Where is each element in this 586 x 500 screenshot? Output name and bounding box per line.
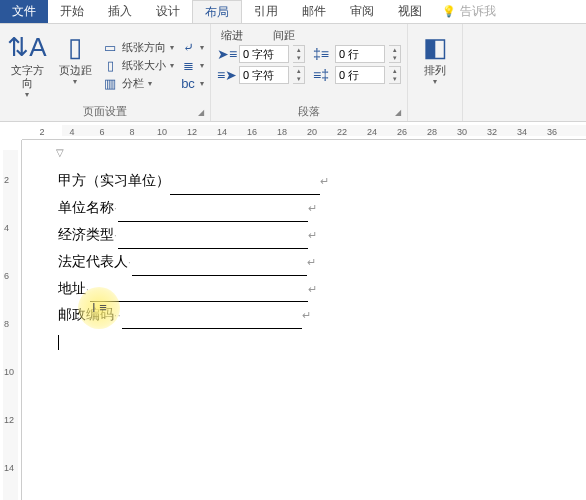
- page-setup-group-label: 页面设置◢: [6, 102, 204, 119]
- ruler-tick: 12: [187, 127, 197, 137]
- spacing-after-icon: ≡‡: [313, 67, 331, 83]
- ruler-tick: 2: [39, 127, 44, 137]
- ruler-tick: 24: [367, 127, 377, 137]
- tell-me-search[interactable]: 💡 告诉我: [434, 0, 504, 23]
- margins-button[interactable]: ▯ 页边距 ▾: [54, 28, 96, 102]
- vertical-ruler[interactable]: 2468101214: [0, 140, 22, 500]
- ruler-tick: 30: [457, 127, 467, 137]
- chevron-down-icon: ▾: [200, 61, 204, 70]
- spacing-before-icon: ‡≡: [313, 46, 331, 62]
- doc-line-6: 邮政编码·· ↵: [58, 302, 566, 329]
- arrange-icon: ◧: [423, 30, 448, 64]
- line-numbers-icon: ≣: [180, 58, 196, 73]
- tab-review[interactable]: 审阅: [338, 0, 386, 23]
- dialog-launcher-icon[interactable]: ◢: [395, 108, 401, 117]
- size-label: 纸张大小: [122, 58, 166, 73]
- spacing-after-input[interactable]: [335, 66, 385, 84]
- chevron-down-icon: ▾: [200, 79, 204, 88]
- doc-line-2: 单位名称· ↵: [58, 195, 566, 222]
- ribbon: ⇅A 文字方向 ▾ ▯ 页边距 ▾ ▭ 纸张方向 ▾ ▯ 纸张大小 ▾: [0, 24, 586, 122]
- group-arrange: ◧ 排列 ▾: [408, 24, 463, 121]
- ruler-tick: 10: [157, 127, 167, 137]
- ruler-tick: 22: [337, 127, 347, 137]
- indent-right-input[interactable]: [239, 66, 289, 84]
- ruler-tick: 36: [547, 127, 557, 137]
- ruler-tick: 10: [4, 367, 14, 377]
- doc-line-3: 经济类型· ↵: [58, 222, 566, 249]
- ruler-tick: 14: [4, 463, 14, 473]
- tab-insert[interactable]: 插入: [96, 0, 144, 23]
- ruler-tick: 18: [277, 127, 287, 137]
- ruler-tick: 16: [247, 127, 257, 137]
- paragraph-mark-icon: ↵: [308, 229, 317, 241]
- spinner-control[interactable]: ▴▾: [389, 45, 401, 63]
- arrange-label: 排列: [424, 64, 446, 77]
- tab-mailings[interactable]: 邮件: [290, 0, 338, 23]
- size-button[interactable]: ▯ 纸张大小 ▾: [102, 58, 174, 73]
- doc-line-7: [58, 329, 566, 355]
- doc-line-5: 地址· ↵: [58, 276, 566, 303]
- ruler-tick: 6: [99, 127, 104, 137]
- spinner-control[interactable]: ▴▾: [293, 45, 305, 63]
- ruler-tick: 34: [517, 127, 527, 137]
- dialog-launcher-icon[interactable]: ◢: [198, 108, 204, 117]
- ruler-tick: 12: [4, 415, 14, 425]
- arrange-button[interactable]: ◧ 排列 ▾: [414, 28, 456, 105]
- spinner-control[interactable]: ▴▾: [389, 66, 401, 84]
- ruler-tick: 4: [69, 127, 74, 137]
- paragraph-mark-icon: ↵: [320, 175, 329, 187]
- tab-home[interactable]: 开始: [48, 0, 96, 23]
- orientation-icon: ▭: [102, 40, 118, 55]
- text-direction-button[interactable]: ⇅A 文字方向 ▾: [6, 28, 48, 102]
- breaks-button[interactable]: ⤶▾: [180, 40, 204, 55]
- ruler-tick: 32: [487, 127, 497, 137]
- indent-marker-icon[interactable]: ▽: [56, 144, 64, 163]
- orientation-label: 纸张方向: [122, 40, 166, 55]
- doc-line-4: 法定代表人· ↵: [58, 249, 566, 276]
- tell-me-label: 告诉我: [460, 3, 496, 20]
- text-direction-label: 文字方向: [6, 64, 48, 90]
- group-page-setup: ⇅A 文字方向 ▾ ▯ 页边距 ▾ ▭ 纸张方向 ▾ ▯ 纸张大小 ▾: [0, 24, 211, 121]
- orientation-button[interactable]: ▭ 纸张方向 ▾: [102, 40, 174, 55]
- spinner-control[interactable]: ▴▾: [293, 66, 305, 84]
- ruler-tick: 6: [4, 271, 9, 281]
- hyphenation-button[interactable]: bc▾: [180, 76, 204, 91]
- chevron-down-icon: ▾: [170, 61, 174, 70]
- indent-heading: 缩进: [221, 28, 243, 43]
- line-numbers-button[interactable]: ≣▾: [180, 58, 204, 73]
- horizontal-ruler[interactable]: ◢ 24681012141618202224262830323436: [22, 122, 586, 140]
- breaks-icon: ⤶: [180, 40, 196, 55]
- chevron-down-icon: ▾: [170, 43, 174, 52]
- spacing-before-input[interactable]: [335, 45, 385, 63]
- tab-design[interactable]: 设计: [144, 0, 192, 23]
- indent-left-icon: ➤≡: [217, 46, 235, 62]
- text-cursor: [58, 335, 59, 350]
- workspace: 2468101214 ▽ 甲方（实习单位） ↵ 单位名称· ↵ 经济类型· ↵ …: [0, 140, 586, 500]
- columns-label: 分栏: [122, 76, 144, 91]
- columns-button[interactable]: ▥ 分栏 ▾: [102, 76, 174, 91]
- document-page[interactable]: ▽ 甲方（实习单位） ↵ 单位名称· ↵ 经济类型· ↵ 法定代表人· ↵ 地址…: [22, 140, 586, 500]
- tab-layout[interactable]: 布局: [192, 0, 242, 23]
- ruler-tick: 2: [4, 175, 9, 185]
- indent-right-icon: ≡➤: [217, 67, 235, 83]
- tab-view[interactable]: 视图: [386, 0, 434, 23]
- tab-file[interactable]: 文件: [0, 0, 48, 23]
- spacing-heading: 间距: [273, 28, 295, 43]
- arrange-group-label: [414, 105, 456, 119]
- ruler-tick: 28: [427, 127, 437, 137]
- doc-line-1: 甲方（实习单位） ↵: [58, 168, 566, 195]
- hyphenation-icon: bc: [180, 76, 196, 91]
- columns-icon: ▥: [102, 76, 118, 91]
- paragraph-mark-icon: ↵: [308, 283, 317, 295]
- ribbon-tabs: 文件 开始 插入 设计 布局 引用 邮件 审阅 视图 💡 告诉我: [0, 0, 586, 24]
- margins-label: 页边距: [59, 64, 92, 77]
- tab-references[interactable]: 引用: [242, 0, 290, 23]
- ruler-tick: 20: [307, 127, 317, 137]
- margins-icon: ▯: [68, 30, 82, 64]
- text-direction-icon: ⇅A: [7, 30, 46, 64]
- indent-left-input[interactable]: [239, 45, 289, 63]
- chevron-down-icon: ▾: [73, 77, 77, 86]
- size-icon: ▯: [102, 58, 118, 73]
- chevron-down-icon: ▾: [25, 90, 29, 99]
- paragraph-group-label: 段落◢: [217, 102, 401, 119]
